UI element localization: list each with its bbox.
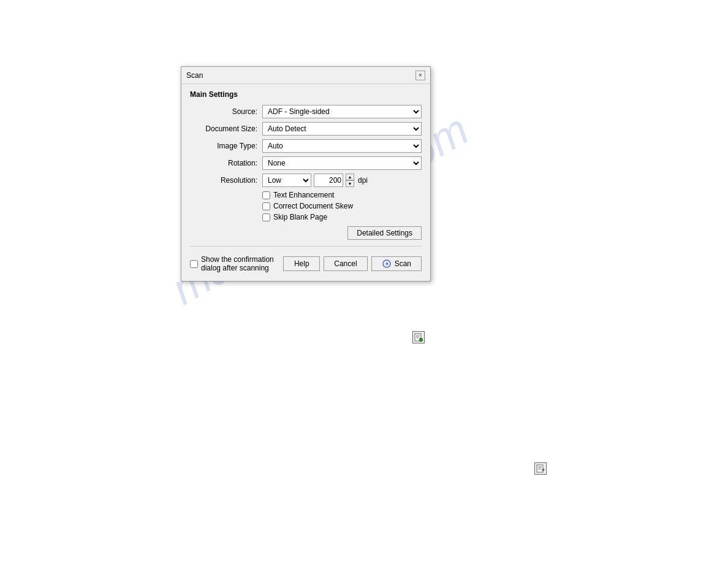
image-type-label: Image Type: (190, 142, 257, 150)
bottom-area: Show the confirmation dialog after scann… (190, 253, 422, 274)
skip-blank-row: Skip Blank Page (262, 213, 422, 221)
document-size-label: Document Size: (190, 124, 257, 133)
scan-button[interactable]: Scan (371, 256, 422, 271)
resolution-row: Resolution: Low Medium High ▲ ▼ dpi (190, 174, 422, 187)
resolution-number-input[interactable] (314, 174, 343, 187)
source-select[interactable]: ADF - Single-sided Flatbed ADF - Double-… (262, 105, 422, 118)
correct-skew-label: Correct Document Skew (273, 202, 353, 210)
correct-skew-checkbox[interactable] (262, 202, 270, 210)
rotation-control: None 90° CW 90° CCW 180° (262, 156, 422, 170)
resolution-preset-select[interactable]: Low Medium High (262, 174, 311, 187)
detailed-settings-button[interactable]: Detailed Settings (347, 226, 422, 240)
image-type-row: Image Type: Auto Color Grayscale Black &… (190, 139, 422, 153)
image-type-select[interactable]: Auto Color Grayscale Black & White (262, 139, 422, 153)
show-confirmation-area: Show the confirmation dialog after scann… (190, 255, 283, 272)
skip-blank-checkbox[interactable] (262, 213, 270, 221)
dpi-label: dpi (358, 176, 368, 185)
dialog-content: Main Settings Source: ADF - Single-sided… (181, 84, 430, 281)
page-icon-1 (412, 331, 425, 343)
section-title: Main Settings (190, 90, 422, 99)
detailed-settings-area: Detailed Settings (190, 226, 422, 240)
close-button[interactable]: × (415, 71, 425, 80)
document-size-control: Auto Detect A4 Letter Legal (262, 122, 422, 136)
cancel-button[interactable]: Cancel (324, 256, 367, 271)
resolution-down-button[interactable]: ▼ (346, 180, 354, 187)
page-icon-2 (534, 462, 547, 475)
source-row: Source: ADF - Single-sided Flatbed ADF -… (190, 105, 422, 118)
scan-button-label: Scan (395, 259, 411, 268)
rotation-row: Rotation: None 90° CW 90° CCW 180° (190, 156, 422, 170)
checkboxes-area: Text Enhancement Correct Document Skew S… (262, 191, 422, 221)
source-control: ADF - Single-sided Flatbed ADF - Double-… (262, 105, 422, 118)
scan-icon (382, 259, 392, 269)
title-bar: Scan × (181, 67, 430, 84)
action-buttons: Help Cancel Scan (283, 256, 422, 271)
document-size-select[interactable]: Auto Detect A4 Letter Legal (262, 122, 422, 136)
scan-dialog: Scan × Main Settings Source: ADF - Singl… (181, 66, 431, 282)
text-enhancement-checkbox[interactable] (262, 191, 270, 199)
svg-rect-3 (537, 465, 543, 472)
resolution-spinner: ▲ ▼ (346, 174, 354, 187)
dialog-title: Scan (186, 71, 203, 80)
rotation-select[interactable]: None 90° CW 90° CCW 180° (262, 156, 422, 170)
resolution-label: Resolution: (190, 176, 257, 185)
help-button[interactable]: Help (283, 256, 320, 271)
skip-blank-label: Skip Blank Page (273, 213, 327, 221)
text-enhancement-label: Text Enhancement (273, 191, 334, 199)
text-enhancement-row: Text Enhancement (262, 191, 422, 199)
resolution-controls: Low Medium High ▲ ▼ dpi (262, 174, 368, 187)
show-confirmation-checkbox[interactable] (190, 260, 198, 268)
image-type-control: Auto Color Grayscale Black & White (262, 139, 422, 153)
rotation-label: Rotation: (190, 159, 257, 167)
document-size-row: Document Size: Auto Detect A4 Letter Leg… (190, 122, 422, 136)
show-confirmation-label: Show the confirmation dialog after scann… (201, 255, 283, 272)
divider (190, 246, 422, 247)
source-label: Source: (190, 107, 257, 116)
correct-skew-row: Correct Document Skew (262, 202, 422, 210)
resolution-up-button[interactable]: ▲ (346, 174, 354, 180)
